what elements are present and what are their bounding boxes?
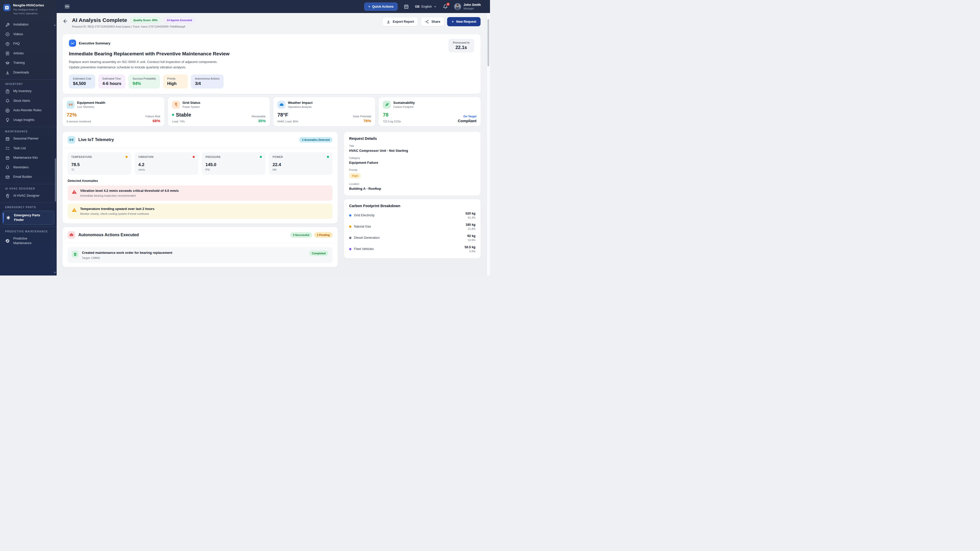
- language-name: English: [422, 5, 432, 8]
- export-report-button[interactable]: Export Report: [382, 17, 418, 26]
- solar-potential-value: 78%: [353, 119, 371, 123]
- sidebar-item-training[interactable]: Training: [0, 58, 57, 68]
- bell-icon: [5, 99, 10, 103]
- language-selector[interactable]: GB English: [415, 5, 437, 8]
- sidebar-scrollbar[interactable]: [55, 158, 56, 202]
- metric-estimated-cost: Estimated Cost$4,500: [69, 75, 95, 89]
- sidebar-item-faq[interactable]: FAQ: [0, 39, 57, 49]
- carbon-row-natural-gas: Natural Gas 185 kg21.8%: [349, 223, 476, 230]
- wrench-circle-icon: [5, 239, 10, 243]
- clipboard-icon: [72, 251, 79, 258]
- sensor-pressure: PRESSURE 145.0PSI: [202, 152, 266, 175]
- graduation-cap-icon: [5, 61, 10, 65]
- completed-badge: Completed: [309, 251, 328, 256]
- active-indicator: [3, 213, 4, 223]
- brand[interactable]: Nexgile-HVACortex The Intelligent Brain …: [0, 0, 57, 18]
- new-request-button[interactable]: +New Request: [447, 17, 480, 26]
- gear-icon: [5, 108, 10, 113]
- notifications-button[interactable]: 4: [443, 4, 448, 9]
- ai-head-icon: [5, 194, 10, 198]
- page-title: AI Analysis Complete: [72, 17, 127, 23]
- plus-icon: +: [368, 5, 370, 8]
- share-button[interactable]: Share: [421, 17, 444, 26]
- robot-icon: [68, 231, 75, 239]
- lightbulb-icon: [5, 118, 10, 122]
- box-icon: [5, 156, 10, 160]
- sensor-status-dot: [260, 156, 262, 158]
- scroll-up-arrow[interactable]: [54, 24, 56, 26]
- equipment-health-card: Equipment HealthLive Telemetry 72% Failu…: [62, 97, 164, 126]
- main-content: AI Analysis Complete Quality Score: 90% …: [57, 13, 490, 275]
- sidebar-item-articles[interactable]: Articles: [0, 49, 57, 59]
- share-icon: [425, 20, 429, 24]
- calendar-icon[interactable]: [404, 4, 409, 9]
- carbon-footprint-title: Carbon Footprint Breakdown: [349, 204, 476, 208]
- sidebar-item-downloads[interactable]: Downloads: [0, 68, 57, 78]
- sidebar-item-maintenance-kits[interactable]: Maintenance Kits: [0, 153, 57, 163]
- field-location: LocationBuilding A - Rooftop: [349, 183, 476, 191]
- field-title: TitleHVAC Compressor Unit - Not Starting: [349, 144, 476, 152]
- sidebar-item-installation[interactable]: Installation: [0, 20, 57, 30]
- quick-actions-button[interactable]: +Quick Actions: [364, 3, 398, 11]
- sensor-status-dot: [192, 156, 195, 158]
- article-icon: [5, 51, 10, 56]
- user-menu[interactable]: John Smith Manager: [454, 3, 481, 10]
- legend-dot: [349, 225, 352, 228]
- sidebar-item-videos[interactable]: Videos: [0, 30, 57, 39]
- language-code: GB: [415, 5, 420, 8]
- sidebar-item-seasonal-planner[interactable]: Seasonal Planner: [0, 134, 57, 144]
- download-icon: [5, 70, 10, 75]
- request-details-title: Request Details: [349, 137, 476, 141]
- processing-time-value: 22.1s: [453, 45, 469, 50]
- clipboard-check-icon: [5, 89, 10, 94]
- agents-executed-badge: 14 Agents Executed: [164, 17, 195, 23]
- avatar: [454, 3, 461, 10]
- section-label-predictive-maintenance: PREDICTIVE MAINTENANCE: [0, 227, 57, 234]
- section-label-ai-hvac-designer: AI HVAC DESIGNER: [0, 184, 57, 191]
- main-scrollbar-track[interactable]: [487, 13, 490, 275]
- back-arrow-icon[interactable]: [62, 18, 68, 24]
- telemetry-signal-icon: [68, 136, 75, 144]
- scroll-down-arrow[interactable]: [54, 272, 56, 273]
- grid-status-card: Grid StatusPower System Stable Renewable…: [168, 97, 270, 126]
- asterisk-icon: [6, 216, 11, 220]
- recommendation-body: Replace worn bearing assembly on ISC-500…: [69, 59, 474, 70]
- sidebar-item-emergency-parts-finder[interactable]: Emergency Parts Finder: [2, 211, 54, 225]
- topbar: +Quick Actions GB English 4 John Smith M…: [57, 0, 490, 13]
- weather-value: 78°F: [277, 112, 353, 118]
- metric-priority: PriorityHigh: [163, 75, 188, 89]
- sidebar-item-stock-alerts[interactable]: Stock Alerts: [0, 96, 57, 106]
- sidebar-item-auto-reorder-rules[interactable]: Auto-Reorder Rules: [0, 106, 57, 115]
- sidebar-item-reminders[interactable]: Reminders: [0, 163, 57, 172]
- sidebar-item-usage-insights[interactable]: Usage Insights: [0, 115, 57, 125]
- executive-summary-label: Executive Summary: [79, 41, 110, 45]
- notification-badge: 4: [446, 2, 450, 6]
- sidebar-item-task-list[interactable]: Task List: [0, 144, 57, 153]
- task-list-icon: [5, 146, 10, 151]
- grid-status-value: Stable: [172, 112, 251, 118]
- request-meta: Request ID: REQ-1767118426963-4oac1yqww …: [72, 25, 195, 28]
- user-name: John Smith: [463, 3, 481, 7]
- sidebar-item-ai-hvac-designer[interactable]: AI HVAC Designer: [0, 191, 57, 201]
- sidebar-item-my-inventory[interactable]: My Inventory: [0, 86, 57, 96]
- renewable-value: 35%: [251, 119, 266, 123]
- carbon-footprint-card: Carbon Footprint Breakdown Grid Electric…: [344, 199, 480, 259]
- priority-high-chip: High: [349, 173, 361, 179]
- play-circle-icon: [5, 32, 10, 37]
- anomaly-warning: Temperature trending upward over last 2 …: [68, 203, 332, 219]
- sidebar-item-predictive-maintenance[interactable]: Predictive Maintenance: [0, 234, 57, 248]
- trending-sparkle-icon: [69, 40, 76, 47]
- help-circle-icon: [5, 42, 10, 46]
- autonomous-actions-card: Autonomous Actions Executed 3 Successful…: [62, 227, 338, 267]
- sidebar-item-email-builder[interactable]: Email Builder: [0, 172, 57, 182]
- plug-icon: [172, 101, 180, 109]
- equipment-health-value: 72%: [67, 112, 145, 118]
- telemetry-signal-icon: [67, 101, 75, 109]
- successful-badge: 3 Successful: [290, 232, 312, 238]
- brand-logo-icon: [3, 4, 11, 11]
- sensor-temperature: TEMPERATURE 78.5°C: [68, 152, 131, 175]
- main-scrollbar-thumb[interactable]: [487, 19, 489, 66]
- anomaly-critical: Vibration level 4.2 mm/s exceeds critica…: [68, 186, 332, 201]
- menu-icon[interactable]: [65, 5, 69, 8]
- warning-triangle-icon: [72, 189, 77, 194]
